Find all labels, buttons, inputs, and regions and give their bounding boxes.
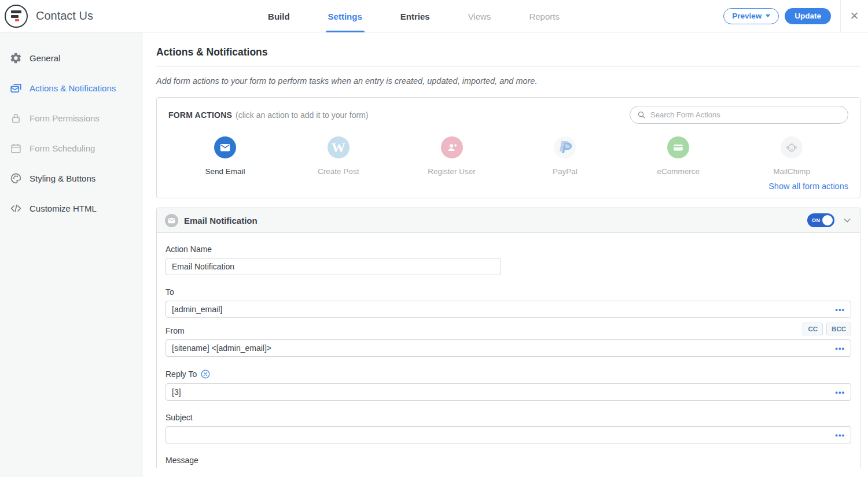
message-label: Message (165, 456, 851, 465)
form-title: Contact Us (36, 9, 93, 23)
topbar-actions: Preview Update ✕ (723, 0, 868, 32)
form-actions-row: Send Email W Create Post Register User P… (168, 136, 848, 176)
page-title: Actions & Notifications (156, 46, 860, 66)
to-label: To (165, 287, 851, 297)
remove-reply-to-icon[interactable] (200, 369, 211, 379)
lock-icon (10, 112, 22, 124)
sidebar-item-label: Styling & Buttons (30, 173, 95, 183)
tab-settings[interactable]: Settings (326, 0, 365, 32)
reply-to-label: Reply To (165, 369, 851, 379)
tab-build[interactable]: Build (266, 0, 292, 32)
update-button[interactable]: Update (785, 8, 831, 24)
action-mailchimp[interactable]: MailChimp (735, 136, 848, 176)
formidable-logo-icon (5, 5, 28, 28)
reply-to-label-text: Reply To (165, 369, 197, 379)
email-notification-card: Email Notification ON Action Name To •••… (156, 208, 860, 468)
user-plus-icon (441, 136, 463, 158)
tab-entries[interactable]: Entries (398, 0, 432, 32)
sidebar-item-label: Form Scheduling (30, 143, 95, 153)
action-send-email[interactable]: Send Email (168, 136, 282, 176)
paypal-monogram-front: P (561, 139, 571, 157)
sidebar-item-label: Actions & Notifications (30, 83, 116, 93)
wordpress-monogram: W (332, 140, 345, 156)
sidebar-item-styling-buttons[interactable]: Styling & Buttons (0, 163, 142, 193)
gear-icon (10, 52, 22, 64)
calendar-icon (10, 142, 22, 154)
action-label: eCommerce (657, 167, 700, 176)
mail-stack-icon (10, 82, 22, 94)
credit-card-icon (667, 136, 689, 158)
caret-down-icon (766, 14, 770, 17)
sidebar-item-customize-html[interactable]: Customize HTML (0, 193, 142, 223)
action-label: Create Post (318, 167, 359, 176)
sidebar-item-general[interactable]: General (0, 43, 142, 73)
sidebar-item-actions-notifications[interactable]: Actions & Notifications (0, 73, 142, 103)
sidebar-item-label: General (30, 53, 60, 63)
reply-to-options-dots-icon[interactable]: ••• (835, 389, 845, 396)
action-ecommerce[interactable]: eCommerce (621, 136, 735, 176)
close-button[interactable]: ✕ (840, 0, 868, 32)
subject-label: Subject (165, 413, 851, 422)
subject-options-dots-icon[interactable]: ••• (835, 431, 845, 439)
to-options-dots-icon[interactable]: ••• (835, 306, 845, 313)
from-label: From (165, 326, 185, 335)
form-actions-hint: (click an action to add it to your form) (236, 110, 369, 120)
close-icon: ✕ (850, 10, 859, 21)
page-subtitle: Add form actions to your form to perform… (156, 76, 860, 86)
sidebar-item-label: Customize HTML (30, 204, 97, 213)
action-label: MailChimp (773, 167, 810, 176)
reply-to-input[interactable] (165, 383, 851, 401)
envelope-badge-icon (165, 214, 178, 227)
email-notification-title: Email Notification (184, 216, 258, 225)
to-input[interactable] (165, 301, 851, 318)
search-form-actions-input[interactable] (650, 110, 841, 119)
from-options-dots-icon[interactable]: ••• (835, 345, 845, 352)
code-icon (10, 202, 22, 215)
wordpress-icon: W (328, 136, 350, 158)
toggle-knob (822, 215, 833, 225)
email-notification-body: Action Name To ••• From CC BCC ••• Reply… (157, 233, 860, 468)
search-form-actions-box (630, 106, 848, 124)
settings-sidebar: General Actions & Notifications Form Per… (0, 32, 142, 477)
preview-button[interactable]: Preview (723, 8, 779, 24)
bcc-button[interactable]: BCC (826, 323, 851, 335)
action-label: Register User (428, 167, 476, 176)
sidebar-item-form-scheduling[interactable]: Form Scheduling (0, 133, 142, 163)
form-actions-card: FORM ACTIONS (click an action to add it … (156, 97, 860, 198)
tab-reports[interactable]: Reports (527, 0, 562, 32)
toggle-on-label: ON (812, 217, 820, 223)
search-icon (637, 110, 646, 119)
mailchimp-icon (781, 136, 803, 158)
action-name-input[interactable] (165, 258, 501, 275)
action-register-user[interactable]: Register User (395, 136, 509, 176)
top-bar: Contact Us Build Settings Entries Views … (0, 0, 868, 32)
sidebar-item-label: Form Permissions (30, 113, 100, 123)
email-notification-toggle[interactable]: ON (807, 213, 834, 227)
chevron-down-icon[interactable] (843, 216, 852, 225)
form-actions-heading: FORM ACTIONS (168, 110, 232, 120)
tab-views[interactable]: Views (466, 0, 494, 32)
sidebar-item-form-permissions[interactable]: Form Permissions (0, 103, 142, 133)
action-name-label: Action Name (165, 245, 851, 254)
email-notification-header[interactable]: Email Notification ON (157, 208, 860, 233)
paypal-icon: P P (554, 136, 576, 158)
action-label: PayPal (553, 167, 578, 176)
envelope-icon (214, 136, 236, 158)
cc-button[interactable]: CC (803, 323, 823, 335)
palette-icon (10, 172, 22, 184)
action-create-post[interactable]: W Create Post (282, 136, 395, 176)
from-input[interactable] (165, 339, 851, 357)
settings-main-panel: Actions & Notifications Add form actions… (142, 32, 868, 477)
action-paypal[interactable]: P P PayPal (508, 136, 621, 176)
action-label: Send Email (205, 167, 245, 176)
preview-button-label: Preview (732, 12, 762, 20)
show-all-form-actions-link[interactable]: Show all form actions (168, 182, 848, 191)
subject-input[interactable] (165, 426, 851, 443)
